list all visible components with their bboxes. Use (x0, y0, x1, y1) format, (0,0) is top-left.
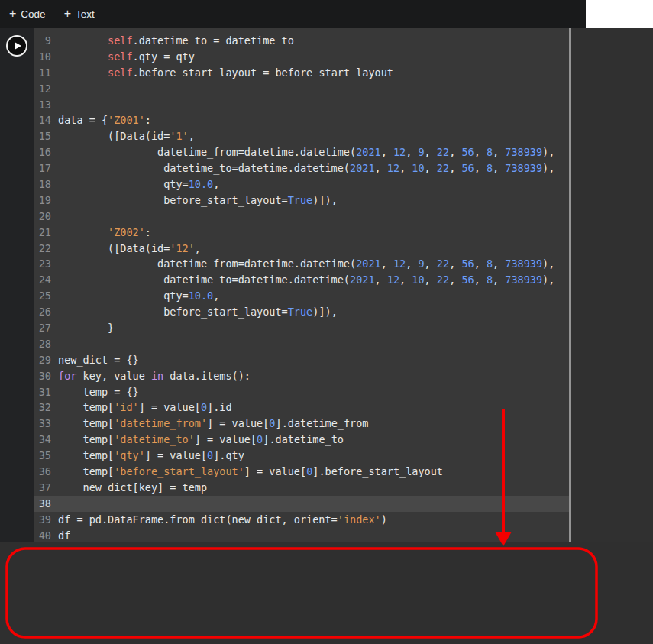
add-code-button[interactable]: + Code (0, 0, 55, 28)
code-text: self.qty = qty (58, 49, 195, 65)
line-number: 10 (34, 49, 51, 65)
line-number: 34 (34, 432, 51, 448)
code-text: df (58, 528, 70, 542)
line-number: 20 (34, 209, 51, 225)
code-line[interactable]: 27 } (34, 320, 569, 336)
cell-output: iddatetime_fromdatetime_toqtybefore_star… (0, 542, 653, 644)
code-text: new_dict[key] = temp (58, 480, 207, 496)
line-number: 22 (34, 241, 51, 257)
toolbar-white-area (586, 0, 653, 28)
line-number: 18 (34, 176, 51, 193)
code-line[interactable]: 14data = {'Z001': (34, 112, 569, 128)
code-text: temp['id'] = value[0].id (58, 400, 232, 416)
line-number: 9 (34, 33, 51, 49)
code-text: ([Data(id='1', (58, 128, 195, 144)
code-lines: 9 self.datetime_to = datetime_to10 self.… (34, 33, 569, 542)
code-line[interactable]: 26 before_start_layout=True)]), (34, 304, 569, 320)
line-number: 33 (34, 416, 51, 432)
notebook-toolbar: + Code + Text (0, 0, 653, 28)
line-number: 30 (34, 368, 51, 384)
code-line[interactable]: 31 temp = {} (34, 384, 569, 400)
line-number: 40 (34, 528, 51, 542)
code-text: temp['qty'] = value[0].qty (58, 448, 244, 464)
line-number: 15 (34, 128, 51, 144)
code-text: datetime_to=datetime.datetime(2021, 12, … (58, 272, 554, 288)
code-editor[interactable]: 9 self.datetime_to = datetime_to10 self.… (34, 28, 571, 542)
code-text: df = pd.DataFrame.from_dict(new_dict, or… (58, 512, 387, 528)
play-icon (15, 42, 21, 50)
code-line[interactable]: 34 temp['datetime_to'] = value[0].dateti… (34, 432, 569, 448)
code-text: for key, value in data.items(): (58, 368, 251, 384)
code-line[interactable]: 25 qty=10.0, (34, 288, 569, 304)
code-line[interactable]: 35 temp['qty'] = value[0].qty (34, 448, 569, 464)
code-line[interactable]: 12 (34, 81, 569, 97)
code-line[interactable]: 22 ([Data(id='12', (34, 241, 569, 257)
line-number: 23 (34, 256, 51, 272)
code-text: before_start_layout=True)]), (58, 304, 338, 320)
code-text: data = {'Z001': (58, 112, 151, 128)
code-text: datetime_from=datetime.datetime(2021, 12… (58, 256, 554, 272)
code-line[interactable]: 24 datetime_to=datetime.datetime(2021, 1… (34, 272, 569, 288)
code-text: 'Z002': (58, 225, 151, 241)
code-line[interactable]: 30for key, value in data.items(): (34, 368, 569, 384)
line-number: 26 (34, 304, 51, 320)
line-number: 32 (34, 400, 51, 416)
run-cell-button[interactable] (6, 35, 27, 57)
code-line[interactable]: 17 datetime_to=datetime.datetime(2021, 1… (34, 160, 569, 176)
code-line[interactable]: 33 temp['datetime_from'] = value[0].date… (34, 416, 569, 432)
line-number: 24 (34, 272, 51, 288)
code-line[interactable]: 29new_dict = {} (34, 352, 569, 368)
add-text-button[interactable]: + Text (55, 0, 104, 28)
colab-notebook: + Code + Text 9 self.datetime_to = datet… (0, 0, 653, 644)
code-text: ([Data(id='12', (58, 241, 201, 257)
line-number: 14 (34, 112, 51, 128)
line-number: 11 (34, 65, 51, 81)
code-line[interactable]: 23 datetime_from=datetime.datetime(2021,… (34, 256, 569, 272)
plus-icon: + (9, 8, 16, 20)
code-line[interactable]: 37 new_dict[key] = temp (34, 480, 569, 496)
line-number: 12 (34, 81, 51, 97)
code-line[interactable]: 20 (34, 209, 569, 225)
code-text: new_dict = {} (58, 352, 139, 368)
code-text: } (58, 320, 114, 336)
code-text: self.datetime_to = datetime_to (58, 33, 294, 49)
line-number: 19 (34, 193, 51, 209)
code-line[interactable]: 10 self.qty = qty (34, 49, 569, 65)
line-number: 13 (34, 97, 51, 113)
code-text: before_start_layout=True)]), (58, 193, 338, 209)
code-line[interactable]: 36 temp['before_start_layout'] = value[0… (34, 464, 569, 480)
code-text: temp['before_start_layout'] = value[0].b… (58, 464, 443, 480)
code-line[interactable]: 28 (34, 336, 569, 352)
code-line[interactable]: 38 (34, 496, 569, 512)
line-number: 27 (34, 320, 51, 336)
add-code-label: Code (21, 8, 45, 20)
add-text-label: Text (76, 8, 95, 20)
code-text: qty=10.0, (58, 288, 219, 304)
code-line[interactable]: 21 'Z002': (34, 225, 569, 241)
code-text: temp['datetime_from'] = value[0].datetim… (58, 416, 368, 432)
code-line[interactable]: 9 self.datetime_to = datetime_to (34, 33, 569, 49)
line-number: 29 (34, 352, 51, 368)
line-number: 31 (34, 384, 51, 400)
code-text: datetime_from=datetime.datetime(2021, 12… (58, 144, 554, 160)
line-number: 38 (34, 496, 51, 512)
code-line[interactable]: 39df = pd.DataFrame.from_dict(new_dict, … (34, 512, 569, 528)
code-line[interactable]: 16 datetime_from=datetime.datetime(2021,… (34, 144, 569, 160)
code-line[interactable]: 11 self.before_start_layout = before_sta… (34, 65, 569, 81)
line-number: 35 (34, 448, 51, 464)
code-line[interactable]: 19 before_start_layout=True)]), (34, 193, 569, 209)
code-line[interactable]: 40df (34, 528, 569, 542)
line-number: 16 (34, 144, 51, 160)
code-text: temp['datetime_to'] = value[0].datetime_… (58, 432, 344, 448)
code-text: temp = {} (58, 384, 139, 400)
code-line[interactable]: 32 temp['id'] = value[0].id (34, 400, 569, 416)
code-line[interactable]: 15 ([Data(id='1', (34, 128, 569, 144)
line-number: 17 (34, 160, 51, 176)
line-number: 28 (34, 336, 51, 352)
plus-icon: + (64, 8, 71, 20)
line-number: 21 (34, 225, 51, 241)
code-line[interactable]: 18 qty=10.0, (34, 176, 569, 193)
line-number: 25 (34, 288, 51, 304)
code-line[interactable]: 13 (34, 97, 569, 113)
line-number: 37 (34, 480, 51, 496)
